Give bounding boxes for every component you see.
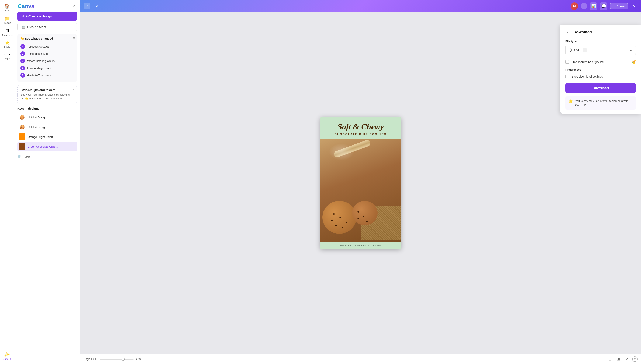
sidebar-item-templates[interactable]: ⊞ Templates: [1, 27, 14, 38]
templates-icon: ⊞: [5, 28, 9, 33]
projects-icon: 📁: [4, 16, 10, 21]
recent-name-3: Orange Bright Colorful ...: [28, 135, 58, 138]
sidebar-item-label: Glow up: [3, 358, 11, 360]
cookie-medium: [352, 201, 378, 225]
close-editor-button[interactable]: ×: [631, 3, 637, 10]
file-type-select[interactable]: ⬡ SVG ✦ ⌄: [565, 45, 636, 55]
changed-item-1[interactable]: 1 Top Docs updates: [20, 43, 74, 50]
preview-image: [320, 139, 401, 242]
fullscreen-button[interactable]: ⤢: [623, 356, 630, 362]
changed-item-3[interactable]: 3 What's new in glow up: [20, 57, 74, 64]
grid-view-button[interactable]: ⊞: [615, 356, 621, 362]
analytics-button[interactable]: 📊: [590, 2, 597, 10]
create-design-button[interactable]: ＋ + Create a design: [18, 12, 77, 21]
changed-item-4[interactable]: 4 Intro to Magic Studio: [20, 64, 74, 72]
sidebar-item-brand[interactable]: ⭐ Brand: [1, 39, 14, 50]
changed-num-5: 5: [20, 73, 25, 78]
create-team-button[interactable]: 🏢 Create a team: [18, 23, 77, 31]
add-collaborator-button[interactable]: +: [581, 3, 587, 9]
share-label: Share: [616, 4, 625, 8]
team-icon: 🏢: [22, 25, 26, 29]
preferences-section: Preferences Save download settings: [565, 68, 636, 80]
sidebar-item-label: Home: [4, 9, 10, 12]
comment-button[interactable]: 💬: [600, 2, 607, 10]
changed-item-2[interactable]: 2 Templates & Apps: [20, 50, 74, 57]
bottom-bar: Page 1 / 1 47% ⊡ ⊞ ⤢ ?: [80, 354, 641, 364]
star-designs-card: × Star designs and folders Star your mos…: [18, 85, 77, 104]
recent-thumb-1: 🍪: [19, 114, 26, 121]
changed-num-3: 3: [20, 58, 25, 63]
top-bar: ↗ File M + 📊 💬 ↑ Share ×: [80, 0, 641, 12]
preview-title: Soft & Chewy: [325, 122, 397, 131]
transparent-bg-row[interactable]: Transparent background 👑: [565, 58, 636, 65]
sidebar-item-glowup[interactable]: ✨ Glow up: [1, 350, 14, 362]
file-type-badge: ✦: [583, 48, 587, 52]
recent-name-2: Untitled Design: [28, 126, 46, 129]
crown-icon: 👑: [632, 60, 636, 64]
canvas-area: Soft & Chewy Chocolate Chip Cookies: [80, 12, 641, 354]
download-button[interactable]: Download: [565, 83, 636, 93]
changed-label-1: Top Docs updates: [27, 45, 49, 48]
trash-item[interactable]: 🗑️ Trash: [15, 154, 80, 160]
changed-num-2: 2: [20, 51, 25, 56]
zoom-thumb[interactable]: [122, 358, 125, 360]
star-card-desc: Star your most important items by select…: [21, 93, 74, 100]
svg-icon: ⬡: [569, 48, 572, 52]
recent-item-4[interactable]: Green Chocolate Chip ...: [18, 142, 77, 152]
share-icon: ↑: [614, 4, 615, 8]
help-button[interactable]: ?: [632, 356, 637, 362]
file-label[interactable]: File: [93, 4, 98, 8]
whats-changed-card: 👋 See what's changed × 1 Top Docs update…: [18, 34, 77, 82]
sidebar-item-label: Templates: [2, 34, 12, 36]
changed-num-1: 1: [20, 44, 25, 49]
sidebar-item-apps[interactable]: ⋮⋮ Apps: [1, 50, 14, 62]
glowup-icon: ✨: [4, 352, 10, 357]
recent-thumb-3: [19, 134, 26, 140]
zoom-slider[interactable]: [100, 359, 134, 360]
preferences-label: Preferences: [565, 68, 636, 71]
recent-item-3[interactable]: Orange Bright Colorful ...: [18, 132, 77, 142]
trash-icon: 🗑️: [18, 155, 21, 158]
sidebar-item-label: Apps: [5, 57, 10, 60]
single-page-view-button[interactable]: ⊡: [607, 356, 613, 362]
main-area: ↗ File M + 📊 💬 ↑ Share × Soft & Chewy Ch…: [80, 0, 641, 364]
zoom-level: 47%: [136, 358, 144, 360]
preview-footer: WWW.REALLYGREATSITE.COM: [320, 242, 401, 249]
save-settings-label: Save download settings: [571, 75, 636, 78]
recent-item-2[interactable]: 🍪 Untitled Design: [18, 122, 77, 132]
sidebar-item-projects[interactable]: 📁 Projects: [1, 14, 14, 26]
share-button[interactable]: ↑ Share: [610, 3, 628, 9]
create-team-label: Create a team: [27, 25, 46, 29]
recent-designs-title: Recent designs: [18, 107, 77, 110]
savings-notice: ⭐ You're saving €1 on premium elements w…: [565, 96, 636, 110]
save-settings-row[interactable]: Save download settings: [565, 74, 636, 80]
page-indicator: Page 1 / 1: [84, 358, 96, 360]
whats-changed-title: 👋 See what's changed: [20, 37, 74, 40]
save-settings-checkbox[interactable]: [565, 75, 569, 78]
file-type-label: File type: [565, 40, 636, 43]
external-link-icon[interactable]: ↗: [84, 3, 90, 9]
changed-num-4: 4: [20, 66, 25, 70]
star-card-close-button[interactable]: ×: [73, 88, 75, 91]
sidebar-item-home[interactable]: 🏠 Home: [1, 2, 14, 14]
changed-item-5[interactable]: 5 Guide to Teamwork: [20, 72, 74, 79]
file-type-value: SVG: [574, 48, 580, 52]
panel-close-button[interactable]: ×: [71, 4, 77, 9]
chevron-down-icon: ⌄: [629, 48, 633, 52]
transparent-bg-checkbox[interactable]: [565, 60, 569, 64]
create-design-label: + Create a design: [26, 14, 52, 18]
brand-icon: ⭐: [5, 41, 10, 44]
download-title: Download: [573, 30, 592, 34]
design-preview: Soft & Chewy Chocolate Chip Cookies: [320, 117, 401, 249]
canva-logo: Canva: [18, 3, 34, 10]
changed-label-5: Guide to Teamwork: [27, 74, 51, 77]
recent-designs-section: Recent designs 🍪 Untitled Design 🍪 Untit…: [15, 107, 80, 154]
whats-changed-close-button[interactable]: ×: [73, 36, 75, 40]
sidebar: 🏠 Home 📁 Projects ⊞ Templates ⭐ Brand ⋮⋮…: [0, 0, 15, 364]
recent-name-4: Green Chocolate Chip ...: [28, 145, 58, 148]
apps-icon: ⋮⋮: [3, 52, 12, 56]
download-back-button[interactable]: ←: [565, 29, 571, 36]
recent-thumb-2: 🍪: [19, 124, 26, 130]
recent-item-1[interactable]: 🍪 Untitled Design: [18, 112, 77, 122]
sidebar-item-label: Brand: [4, 46, 10, 48]
